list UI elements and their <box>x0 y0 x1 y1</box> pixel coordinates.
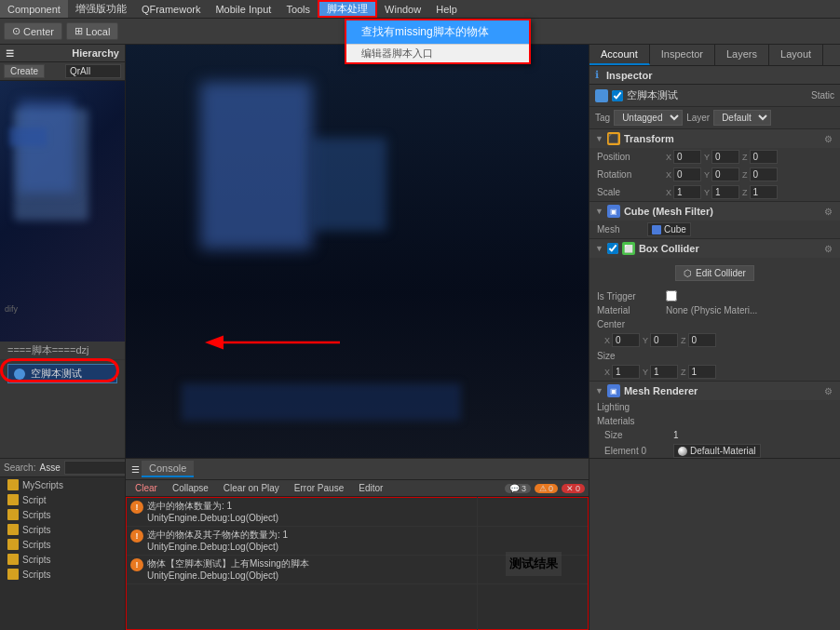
assets-item-myscripts[interactable]: MyScripts <box>0 477 125 492</box>
material-ball-icon <box>678 447 687 456</box>
editor-button[interactable]: Editor <box>353 482 388 494</box>
clear-on-play-button[interactable]: Clear on Play <box>218 482 285 494</box>
transform-settings-btn[interactable]: ⚙ <box>822 134 834 144</box>
tab-inspector[interactable]: Inspector <box>650 45 715 65</box>
bottom-left-assets: Search: Asse MyScripts Script Scripts <box>0 459 126 630</box>
inspector-panel-header: ℹ Inspector <box>589 66 840 85</box>
size-xyz-row: X Y Z <box>589 363 840 381</box>
console-row-1[interactable]: ! 选中的物体及其子物体的数量为: 1 UnityEngine.Debug:Lo… <box>127 527 588 556</box>
menu-qframework[interactable]: QFramework <box>134 0 209 18</box>
element0-value: Default-Material <box>690 446 756 456</box>
tab-account[interactable]: Account <box>589 45 650 65</box>
transform-header[interactable]: ▼ ⬛ Transform ⚙ <box>589 129 840 148</box>
scene-char2 <box>312 138 386 231</box>
hierarchy-header: ☰ Hierarchy <box>0 45 125 62</box>
edit-collider-btn[interactable]: ⬡ Edit Collider <box>675 265 754 281</box>
materials-label: Materials <box>597 416 662 426</box>
assets-item-scripts1[interactable]: Scripts <box>0 507 125 522</box>
position-x[interactable] <box>673 150 701 164</box>
transform-collapse-arrow: ▼ <box>595 134 603 143</box>
console-row-0[interactable]: ! 选中的物体数量为: 1 UnityEngine.Debug:Log(Obje… <box>127 498 588 527</box>
layer-select[interactable]: Default <box>713 110 771 126</box>
size-values: X Y Z <box>604 365 833 379</box>
assets-item-script1[interactable]: Script <box>0 492 125 507</box>
right-panel: Account Inspector Layers Layout ℹ Inspec… <box>589 45 840 458</box>
menu-help[interactable]: Help <box>428 0 465 18</box>
rotation-z[interactable] <box>750 168 778 181</box>
size-x[interactable] <box>612 365 640 379</box>
mesh-filter-header[interactable]: ▼ ▣ Cube (Mesh Filter) ⚙ <box>589 202 840 221</box>
warn-circle-icon-0: ! <box>130 501 143 514</box>
bottom-row: Search: Asse MyScripts Script Scripts <box>0 458 840 630</box>
warning-badge: ⚠ 0 <box>535 484 558 493</box>
layer-label: Layer <box>686 113 710 123</box>
hierarchy-create-btn[interactable]: Create <box>4 64 45 78</box>
error-pause-button[interactable]: Error Pause <box>289 482 349 494</box>
selected-object-row[interactable]: 空脚本测试 <box>0 360 125 387</box>
scale-y[interactable] <box>711 185 739 199</box>
scale-x[interactable] <box>673 185 701 199</box>
mesh-settings-btn[interactable]: ⚙ <box>822 207 834 217</box>
mesh-renderer-header[interactable]: ▼ ▣ Mesh Renderer ⚙ <box>589 382 840 400</box>
tag-select[interactable]: Untagged <box>614 110 683 126</box>
left-column: ☰ Hierarchy Create dify ====脚本====dzj <box>0 45 126 458</box>
assets-item-scripts3[interactable]: Scripts <box>0 537 125 552</box>
collider-settings-btn[interactable]: ⚙ <box>822 244 834 254</box>
selected-object-highlight[interactable]: 空脚本测试 <box>7 364 117 383</box>
size-z[interactable] <box>688 365 716 379</box>
bottom-right-inspector-cont <box>589 459 840 630</box>
material-label: Material <box>597 305 662 315</box>
rotation-x[interactable] <box>673 168 701 181</box>
scale-z[interactable] <box>750 185 778 199</box>
menu-window[interactable]: Window <box>377 0 428 18</box>
collapse-button[interactable]: Collapse <box>167 482 214 494</box>
size-y[interactable] <box>650 365 678 379</box>
is-trigger-checkbox[interactable] <box>666 290 677 302</box>
scene-label: dify <box>5 304 18 314</box>
error-icon: ✕ <box>566 484 574 493</box>
position-y[interactable] <box>711 150 739 164</box>
local-button[interactable]: ⊞ Local <box>66 22 118 40</box>
menu-component[interactable]: Component <box>0 0 68 18</box>
position-row: Position X Y Z <box>589 148 840 166</box>
dropdown-item-find-missing[interactable]: 查找有missing脚本的物体 <box>346 20 529 44</box>
lighting-label: Lighting <box>597 402 662 412</box>
menu-script-processing[interactable]: 脚本处理 <box>318 0 377 18</box>
collider-enable-checkbox[interactable] <box>607 243 618 254</box>
inspector-title: Inspector <box>606 70 653 81</box>
center-button[interactable]: ⊙ Center <box>4 22 62 40</box>
is-trigger-row: Is Trigger <box>589 288 840 303</box>
scene-divider-item[interactable]: ====脚本====dzj <box>0 342 125 360</box>
rotation-y[interactable] <box>711 168 739 181</box>
assets-item-scripts4[interactable]: Scripts <box>0 552 125 567</box>
tab-layers[interactable]: Layers <box>715 45 769 65</box>
renderer-settings-btn[interactable]: ⚙ <box>822 386 834 396</box>
box-collider-header[interactable]: ▼ ⬜ Box Collider ⚙ <box>589 239 840 258</box>
element0-ref: Default-Material <box>673 444 761 458</box>
box-collider-title: Box Collider <box>639 243 699 254</box>
object-active-checkbox[interactable] <box>612 90 623 101</box>
hierarchy-icon: ☰ <box>6 48 14 59</box>
center-x[interactable] <box>612 333 640 347</box>
center-y[interactable] <box>650 333 678 347</box>
menu-bar: Component 增强版功能 QFramework Mobile Input … <box>0 0 840 19</box>
assets-search-input[interactable] <box>64 461 126 475</box>
hierarchy-search-input[interactable] <box>65 64 121 78</box>
is-trigger-label: Is Trigger <box>597 291 662 302</box>
menu-enhanced[interactable]: 增强版功能 <box>68 0 134 18</box>
center-z[interactable] <box>688 333 716 347</box>
app-window: Component 增强版功能 QFramework Mobile Input … <box>0 0 840 630</box>
assets-item-scripts2[interactable]: Scripts <box>0 522 125 537</box>
element0-label: Element 0 <box>604 446 670 456</box>
assets-item-scripts5[interactable]: Scripts <box>0 567 125 582</box>
position-z[interactable] <box>750 150 778 164</box>
clear-button[interactable]: Clear <box>129 482 163 494</box>
menu-tools[interactable]: Tools <box>278 0 318 18</box>
console-row-2[interactable]: ! 物体【空脚本测试】上有Missing的脚本 UnityEngine.Debu… <box>127 556 588 584</box>
menu-mobile-input[interactable]: Mobile Input <box>208 0 278 18</box>
mesh-collapse-arrow: ▼ <box>595 207 603 216</box>
lighting-row: Lighting <box>589 400 840 414</box>
assets-search-label: Search: <box>4 462 35 473</box>
console-tab[interactable]: Console <box>142 461 194 477</box>
tab-layout[interactable]: Layout <box>769 45 823 65</box>
